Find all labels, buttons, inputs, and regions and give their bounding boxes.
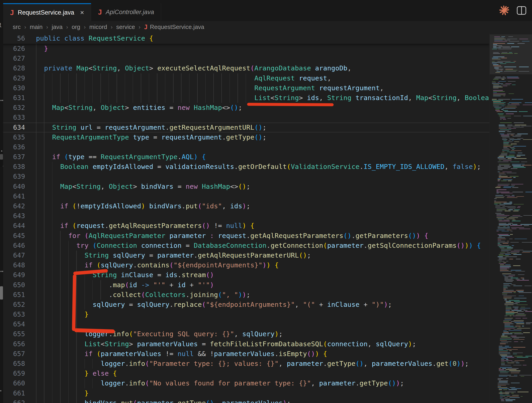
line-number[interactable]: 646 [0, 241, 36, 251]
line-number[interactable]: 637 [0, 152, 36, 162]
tab-label: RequestService.java [18, 9, 74, 16]
line-number[interactable]: 644 [0, 221, 36, 231]
line-number[interactable]: 659 [0, 369, 36, 378]
line-number[interactable]: 657 [0, 349, 36, 359]
breadcrumb-file[interactable]: JRequestService.java [144, 24, 204, 31]
line-number[interactable]: 635 [0, 132, 36, 142]
line-number[interactable]: 639 [0, 172, 36, 182]
line-number[interactable]: 658 [0, 359, 36, 369]
line-number[interactable]: 633 [0, 113, 36, 122]
code-line[interactable]: 633 [0, 113, 491, 122]
line-number[interactable]: 652 [0, 300, 36, 310]
code-line[interactable]: 637 if (type == RequestArgumentType.AQL)… [0, 152, 491, 162]
line-number[interactable]: 648 [0, 260, 36, 270]
code-line[interactable]: 626 } [0, 44, 491, 54]
code-line[interactable]: 659 } else { [0, 369, 491, 378]
chevron-right-icon: › [84, 24, 86, 30]
code-line[interactable]: 645 for (AqlRequestParameter parameter :… [0, 231, 491, 241]
code-line[interactable]: 661 } [0, 388, 491, 398]
code-line[interactable]: 631 List<String> ids, String transaction… [0, 93, 491, 103]
line-number[interactable]: 632 [0, 103, 36, 113]
line-number[interactable]: 634 [0, 123, 36, 132]
code-line[interactable]: 634 String url = requestArgument.getRequ… [0, 123, 491, 132]
code-line[interactable]: 642 if (!emptyIdsAllowed) bindVars.put("… [0, 201, 491, 211]
line-number[interactable]: 653 [0, 310, 36, 319]
line-number[interactable]: 645 [0, 231, 36, 241]
code-line[interactable]: 636 [0, 142, 491, 152]
line-number[interactable]: 656 [0, 339, 36, 349]
code-line[interactable]: 641 [0, 191, 491, 201]
split-editor-icon[interactable] [517, 6, 526, 15]
line-number[interactable]: 631 [0, 93, 36, 103]
line-number[interactable]: 627 [0, 54, 36, 63]
breadcrumb-item[interactable]: java [52, 24, 63, 31]
line-number[interactable]: 662 [0, 398, 36, 403]
sticky-scroll-line[interactable]: 56public class RequestService { [0, 33, 490, 44]
line-number[interactable]: 647 [0, 251, 36, 260]
minimap[interactable] [489, 33, 532, 403]
line-number[interactable]: 626 [0, 44, 36, 54]
minimap-slider[interactable] [490, 34, 532, 74]
line-number[interactable]: 638 [0, 162, 36, 172]
code-line[interactable]: 56public class RequestService { [0, 33, 153, 43]
close-tab-icon[interactable]: × [80, 9, 84, 16]
line-number[interactable]: 643 [0, 211, 36, 221]
code-line[interactable]: 644 if (request.getAqlRequestParameters(… [0, 221, 491, 231]
breadcrumb-item[interactable]: src [13, 24, 21, 31]
chevron-right-icon: › [139, 24, 140, 30]
code-line[interactable]: 643 [0, 211, 491, 221]
line-number[interactable]: 630 [0, 83, 36, 93]
chevron-right-icon: › [24, 24, 26, 30]
code-line[interactable]: 638 Boolean emptyIdsAllowed = validation… [0, 162, 491, 172]
code-line[interactable]: 658 logger.info("Parameter type: {}; val… [0, 359, 491, 369]
line-number[interactable]: 629 [0, 73, 36, 83]
java-file-icon: J [10, 9, 14, 17]
breadcrumb: src›main›java›org›micord›service›JReques… [3, 21, 532, 33]
breadcrumb-item[interactable]: micord [89, 24, 107, 31]
code-line[interactable]: 656 List<String> parameterValues = fetch… [0, 339, 491, 349]
code-line[interactable]: 646 try (Connection connection = Databas… [0, 241, 491, 251]
line-number[interactable]: 636 [0, 142, 36, 152]
line-number[interactable]: 655 [0, 329, 36, 339]
annotation-underline-ids-param [247, 103, 334, 106]
line-number[interactable]: 651 [0, 290, 36, 300]
line-number[interactable]: 661 [0, 388, 36, 398]
line-number[interactable]: 654 [0, 319, 36, 329]
code-line[interactable]: 639 [0, 172, 491, 182]
tab-requestservice-java[interactable]: J RequestService.java × [3, 3, 91, 21]
code-line[interactable]: 662 bindVars.put(parameter.getType(), pa… [0, 398, 491, 403]
editor-tab-bar: J RequestService.java × J ApiController.… [3, 0, 532, 21]
breadcrumb-item[interactable]: service [116, 24, 135, 31]
breadcrumb-item[interactable]: main [30, 24, 43, 31]
code-line[interactable]: 648 if (sqlQuery.contains("${endpointArg… [0, 260, 491, 270]
code-line[interactable]: 640 Map<String, Object> bindVars = new H… [0, 182, 491, 191]
code-line[interactable]: 630 RequestArgument requestArgument, [0, 83, 491, 93]
java-file-icon: J [144, 24, 148, 31]
line-number[interactable]: 628 [0, 63, 36, 73]
java-file-icon: J [98, 8, 102, 16]
line-number[interactable]: 642 [0, 201, 36, 211]
chevron-right-icon: › [111, 24, 113, 30]
line-number[interactable]: 56 [0, 33, 36, 43]
tab-apicontroller-java[interactable]: J ApiController.java [91, 3, 161, 21]
chevron-right-icon: › [46, 24, 48, 30]
line-number[interactable]: 650 [0, 280, 36, 290]
code-line[interactable]: 627 [0, 54, 491, 63]
code-line[interactable]: 647 String sqlQuery = parameter.getAqlRe… [0, 251, 491, 260]
code-line[interactable]: 635 RequestArgumentType type = requestAr… [0, 132, 491, 142]
code-editor[interactable]: 626 }627628 private Map<String, Object> … [0, 44, 491, 403]
code-line[interactable]: 657 if (parameterValues != null && !para… [0, 349, 491, 359]
line-number[interactable]: 660 [0, 378, 36, 388]
code-line[interactable]: 629 AqlRequest request, [0, 73, 491, 83]
adjacent-pane-sliver: R [0, 0, 3, 403]
chevron-right-icon: › [66, 24, 68, 30]
line-number[interactable]: 641 [0, 191, 36, 201]
breadcrumb-item[interactable]: org [72, 24, 80, 31]
line-number[interactable]: 640 [0, 182, 36, 191]
code-line[interactable]: 628 private Map<String, Object> executeS… [0, 63, 491, 73]
line-number[interactable]: 649 [0, 270, 36, 280]
code-line[interactable]: 660 logger.info("No values found for par… [0, 378, 491, 388]
tab-label: ApiController.java [106, 9, 154, 16]
claude-extension-icon[interactable] [499, 5, 510, 16]
code-line[interactable]: 632 Map<String, Object> entities = new H… [0, 103, 491, 113]
